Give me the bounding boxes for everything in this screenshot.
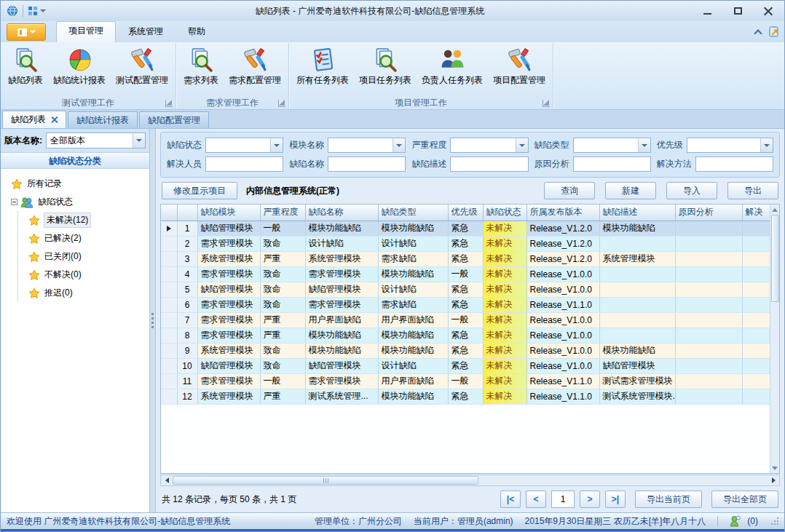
cell-desc <box>599 327 675 343</box>
combobox-dropdown-button[interactable] <box>392 138 405 152</box>
table-row[interactable]: 4 需求管理模块 致命 需求管理模块 模块功能缺陷 一般 未解决 Release… <box>161 266 770 282</box>
ribbon-button-all-tasks[interactable]: 所有任务列表 <box>291 44 354 89</box>
vertical-scrollbar-thumb[interactable] <box>771 215 779 302</box>
filter-reason-input[interactable] <box>573 156 651 172</box>
table-row[interactable]: 2 需求管理模块 致命 设计缺陷 设计缺陷 紧急 未解决 Release_V1.… <box>161 236 770 251</box>
close-button[interactable] <box>755 2 781 20</box>
ribbon-tab-project[interactable]: 项目管理 <box>56 21 116 42</box>
combobox-dropdown-button[interactable] <box>760 138 773 152</box>
table-row[interactable]: 12 系统管理模块 严重 测试系统管理... 模块功能缺陷 紧急 未解决 Rel… <box>161 389 770 404</box>
col-status[interactable]: 缺陷状态 <box>483 205 526 221</box>
scroll-down-icon[interactable] <box>770 463 780 473</box>
table-row[interactable]: 6 需求管理模块 致命 需求管理模块 需求缺陷 紧急 未解决 Release_V… <box>161 297 770 312</box>
maximize-button[interactable] <box>725 2 751 20</box>
table-row[interactable]: 9 系统管理模块 致命 模块功能缺陷 模块功能缺陷 紧急 未解决 Release… <box>161 343 770 358</box>
table-row[interactable]: 11 需求管理模块 一般 需求管理模块 用户界面缺陷 一般 未解决 Releas… <box>161 373 770 389</box>
col-module[interactable]: 缺陷模块 <box>197 205 260 221</box>
tree-item-all-records[interactable]: 所有记录 <box>11 175 146 193</box>
col-desc[interactable]: 缺陷描述 <box>599 205 675 221</box>
table-row[interactable]: 7 需求管理模块 严重 用户界面缺陷 用户界面缺陷 一般 未解决 Release… <box>161 312 770 327</box>
filter-severity-combobox[interactable] <box>450 138 528 153</box>
scroll-right-icon[interactable] <box>768 475 779 485</box>
filter-module-combobox[interactable] <box>328 138 406 153</box>
combobox-dropdown-button[interactable] <box>516 138 528 152</box>
col-type[interactable]: 缺陷类型 <box>378 205 448 221</box>
col-severity[interactable]: 严重程度 <box>260 205 305 221</box>
col-name[interactable]: 缺陷名称 <box>305 205 378 221</box>
ribbon-button-defect-report[interactable]: 缺陷统计报表 <box>48 44 111 89</box>
application-menu-button[interactable] <box>7 23 46 41</box>
prev-page-button[interactable]: < <box>526 491 546 508</box>
col-version[interactable]: 所属发布版本 <box>526 205 599 221</box>
close-tab-icon[interactable] <box>51 116 58 123</box>
ribbon-button-test-config[interactable]: 测试配置管理 <box>111 44 173 89</box>
resize-grip-icon[interactable] <box>771 517 778 525</box>
new-button[interactable]: 新建 <box>605 182 656 199</box>
filter-resolver-input[interactable] <box>205 156 283 172</box>
table-row[interactable]: 5 缺陷管理模块 致命 缺陷管理模块 设计缺陷 紧急 未解决 Release_V… <box>161 282 770 297</box>
col-solution[interactable]: 解决 <box>742 205 770 221</box>
ribbon-button-project-tasks[interactable]: 项目任务列表 <box>354 44 417 89</box>
tree-item-wont-fix[interactable]: 不解决(0) <box>28 266 146 284</box>
tree-item-postponed[interactable]: 推迟(0) <box>28 284 146 302</box>
import-button[interactable]: 导入 <box>666 182 717 199</box>
dialog-launcher-icon[interactable] <box>543 100 550 107</box>
doc-tab-defect-report[interactable]: 缺陷统计报表 <box>68 111 138 128</box>
ribbon-help-icon[interactable] <box>768 26 780 38</box>
doc-tab-defect-config[interactable]: 缺陷配置管理 <box>139 111 209 128</box>
combobox-dropdown-button[interactable] <box>270 138 283 152</box>
online-users-icon[interactable] <box>730 515 741 527</box>
table-row[interactable]: 10 缺陷管理模块 致命 缺陷管理模块 设计缺陷 紧急 未解决 Release_… <box>161 358 770 373</box>
table-row[interactable]: 3 系统管理模块 严重 系统管理模块 需求缺陷 紧急 未解决 Release_V… <box>161 251 770 266</box>
ribbon-tab-help[interactable]: 帮助 <box>175 22 218 42</box>
tree-item-resolved[interactable]: 已解决(2) <box>28 229 146 247</box>
quick-access-grid-icon[interactable] <box>28 6 46 16</box>
filter-label-module: 模块名称 <box>289 139 324 151</box>
search-button[interactable]: 查询 <box>544 182 595 199</box>
ribbon-button-requirement-list[interactable]: 需求列表 <box>178 44 224 89</box>
tree-collapse-icon[interactable] <box>11 199 17 205</box>
ribbon-button-requirement-config[interactable]: 需求配置管理 <box>224 44 286 89</box>
scroll-left-icon[interactable] <box>161 475 173 485</box>
filter-desc-input[interactable] <box>450 156 528 172</box>
doc-tab-defect-list[interactable]: 缺陷列表 <box>2 111 66 128</box>
filter-status-combobox[interactable] <box>205 138 283 153</box>
table-row[interactable]: 1 缺陷管理模块 一般 模块功能缺陷 模块功能缺陷 紧急 未解决 Release… <box>161 221 770 236</box>
col-priority[interactable]: 优先级 <box>448 205 483 221</box>
scroll-up-icon[interactable] <box>770 205 780 215</box>
export-button[interactable]: 导出 <box>727 182 778 199</box>
cell-severity: 一般 <box>260 221 305 236</box>
dialog-launcher-icon[interactable] <box>165 100 173 107</box>
filter-name-input[interactable] <box>328 156 406 172</box>
last-page-button[interactable]: >| <box>605 491 626 508</box>
tree-item-defect-status[interactable]: 缺陷状态 <box>11 193 146 211</box>
app-logo-icon <box>7 5 18 17</box>
minimize-button[interactable] <box>694 2 720 20</box>
tree-item-unresolved[interactable]: 未解决(12) <box>28 211 146 229</box>
combobox-dropdown-button[interactable] <box>133 133 145 148</box>
filter-priority-combobox[interactable] <box>687 138 773 153</box>
version-combobox[interactable]: 全部版本 <box>46 132 146 148</box>
collapse-ribbon-icon[interactable] <box>754 29 762 37</box>
panel-splitter[interactable] <box>150 129 156 512</box>
dialog-launcher-icon[interactable] <box>278 100 285 107</box>
ribbon-button-owner-tasks[interactable]: 负责人任务列表 <box>417 44 488 89</box>
export-current-page-button[interactable]: 导出当前页 <box>635 491 702 508</box>
ribbon-tab-system[interactable]: 系统管理 <box>116 22 175 42</box>
horizontal-scrollbar-thumb[interactable] <box>173 476 478 485</box>
filter-type-combobox[interactable] <box>573 138 651 153</box>
page-number-input[interactable] <box>551 491 575 508</box>
vertical-scrollbar[interactable] <box>770 205 779 473</box>
modify-columns-button[interactable]: 修改显示项目 <box>162 182 237 199</box>
ribbon-button-project-config[interactable]: 项目配置管理 <box>488 44 551 89</box>
tree-item-closed[interactable]: 已关闭(0) <box>28 247 146 266</box>
ribbon-button-defect-list[interactable]: 缺陷列表 <box>3 44 48 89</box>
col-reason[interactable]: 原因分析 <box>675 205 742 221</box>
combobox-dropdown-button[interactable] <box>638 138 650 152</box>
horizontal-scrollbar[interactable] <box>160 475 780 486</box>
export-all-pages-button[interactable]: 导出全部页 <box>711 491 778 508</box>
next-page-button[interactable]: > <box>580 491 600 508</box>
table-row[interactable]: 8 需求管理模块 严重 模块功能缺陷 模块功能缺陷 紧急 未解决 Release… <box>161 327 770 343</box>
first-page-button[interactable]: |< <box>500 491 521 508</box>
filter-solution-input[interactable] <box>695 156 773 172</box>
